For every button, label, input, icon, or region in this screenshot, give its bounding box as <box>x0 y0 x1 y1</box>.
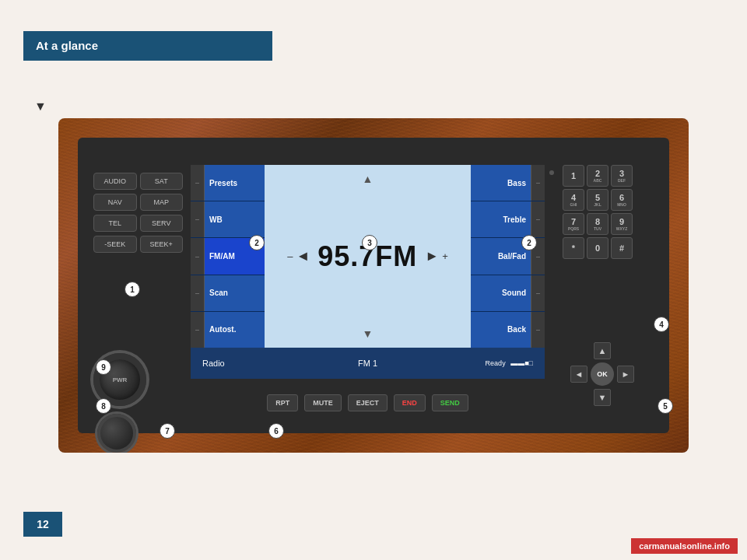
bass-minus[interactable]: – <box>531 165 545 201</box>
carmanuals-watermark: carmanualsonline.info <box>631 538 738 554</box>
bottom-buttons-row: RPT MUTE EJECT END SEND <box>191 394 545 411</box>
tel-button[interactable]: TEL <box>93 215 137 232</box>
seek-knob[interactable] <box>97 414 136 453</box>
seek-plus-button[interactable]: SEEK+ <box>140 236 184 253</box>
dpad-up[interactable]: ▲ <box>594 342 611 359</box>
callout-1: 1 <box>124 282 140 297</box>
fmam-minus[interactable]: – <box>191 238 205 274</box>
numpad-row-1: 1 2 ABC 3 DEF <box>563 165 634 187</box>
callout-5: 5 <box>658 398 673 414</box>
freq-right-arrow[interactable]: ► <box>425 248 439 264</box>
device-container: AUDIO SAT NAV MAP TEL SERV -SEEK SEEK+ – <box>58 118 689 453</box>
dpad-left[interactable]: ◄ <box>570 366 587 383</box>
device-body: AUDIO SAT NAV MAP TEL SERV -SEEK SEEK+ – <box>78 138 669 433</box>
screen-area: ▲ – ◄ 95.7FM ► + ▼ <box>265 165 471 348</box>
numpad-0[interactable]: 0 <box>587 237 608 259</box>
callout-9: 9 <box>96 359 111 375</box>
status-icons: ▬▬■□ <box>510 359 533 367</box>
arrow-indicator: ▼ <box>34 100 47 114</box>
autost-minus[interactable]: – <box>191 312 205 348</box>
left-soft-buttons: – Presets – WB – FM/AM – Scan – Autost <box>191 165 265 348</box>
callout-6: 6 <box>268 423 284 439</box>
dpad-right[interactable]: ► <box>617 366 634 383</box>
led-indicator <box>549 170 554 175</box>
numpad-9[interactable]: 9 WXYZ <box>611 213 633 235</box>
btn-row-seek: -SEEK SEEK+ <box>93 236 183 253</box>
btn-row-audio-sat: AUDIO SAT <box>93 173 183 190</box>
wb-minus[interactable]: – <box>191 201 205 237</box>
serv-button[interactable]: SERV <box>140 215 184 232</box>
freq-left-controls: – ◄ <box>287 248 310 264</box>
numpad-6[interactable]: 6 MNO <box>611 189 633 211</box>
btn-row-nav-map: NAV MAP <box>93 194 183 211</box>
callout-7: 7 <box>160 423 175 439</box>
numpad-8[interactable]: 8 TUV <box>587 213 608 235</box>
mute-button[interactable]: MUTE <box>304 394 342 411</box>
right-soft-buttons: Bass – Treble – Bal/Fad – Sound – Back <box>471 165 545 348</box>
power-label: PWR <box>113 376 128 383</box>
back-button[interactable]: Back <box>471 312 531 348</box>
numpad: 1 2 ABC 3 DEF 4 GHI 5 JKL <box>563 165 634 259</box>
numpad-hash[interactable]: # <box>611 237 633 259</box>
freq-left-arrow[interactable]: ◄ <box>296 248 310 264</box>
freq-down-arrow[interactable]: ▼ <box>363 327 374 340</box>
wb-button[interactable]: WB <box>205 201 265 237</box>
sound-button[interactable]: Sound <box>471 275 531 311</box>
sound-minus[interactable]: – <box>531 275 545 311</box>
status-band: FM 1 <box>313 359 423 368</box>
soft-btn-bass-row: Bass – <box>471 165 545 201</box>
numpad-row-4: * 0 # <box>563 237 634 259</box>
bass-button[interactable]: Bass <box>471 165 531 201</box>
status-mode: Radio <box>202 359 313 368</box>
callout-2b: 2 <box>521 235 537 250</box>
freq-minus-btn[interactable]: – <box>287 250 293 262</box>
callout-2a: 2 <box>249 235 265 250</box>
treble-button[interactable]: Treble <box>471 201 531 237</box>
soft-btn-scan-row: – Scan <box>191 275 265 312</box>
numpad-2[interactable]: 2 ABC <box>587 165 608 187</box>
freq-plus-btn[interactable]: + <box>442 250 448 262</box>
numpad-4[interactable]: 4 GHI <box>563 189 584 211</box>
end-button[interactable]: END <box>394 394 426 411</box>
soft-btn-back-row: Back – <box>471 312 545 348</box>
numpad-1[interactable]: 1 <box>563 165 584 187</box>
left-panel: AUDIO SAT NAV MAP TEL SERV -SEEK SEEK+ <box>93 173 183 257</box>
ok-button[interactable]: OK <box>591 362 614 386</box>
eject-button[interactable]: EJECT <box>348 394 388 411</box>
header-bar: At a glance <box>23 31 272 61</box>
numpad-row-2: 4 GHI 5 JKL 6 MNO <box>563 189 634 211</box>
soft-btn-autost-row: – Autost. <box>191 312 265 348</box>
map-button[interactable]: MAP <box>140 194 184 211</box>
numpad-star[interactable]: * <box>563 237 584 259</box>
numpad-3[interactable]: 3 DEF <box>611 165 633 187</box>
back-minus[interactable]: – <box>531 312 545 348</box>
dpad-down[interactable]: ▼ <box>594 389 611 406</box>
freq-up-arrow[interactable]: ▲ <box>363 173 374 185</box>
status-bar: Radio FM 1 Ready ▬▬■□ <box>191 348 545 379</box>
nav-button[interactable]: NAV <box>93 194 137 211</box>
presets-minus[interactable]: – <box>191 165 205 201</box>
callout-8: 8 <box>96 398 111 414</box>
rpt-button[interactable]: RPT <box>267 394 298 411</box>
header-title: At a glance <box>36 39 98 52</box>
soft-btn-presets-row: – Presets <box>191 165 265 201</box>
presets-button[interactable]: Presets <box>205 165 265 201</box>
sat-button[interactable]: SAT <box>140 173 184 190</box>
audio-button[interactable]: AUDIO <box>93 173 137 190</box>
btn-row-tel-serv: TEL SERV <box>93 215 183 232</box>
send-button[interactable]: SEND <box>432 394 468 411</box>
autost-button[interactable]: Autost. <box>205 312 265 348</box>
freq-right-controls: ► + <box>425 248 447 264</box>
scan-minus[interactable]: – <box>191 275 205 311</box>
callout-4: 4 <box>654 317 669 332</box>
treble-minus[interactable]: – <box>531 201 545 237</box>
numpad-7[interactable]: 7 PQRS <box>563 213 584 235</box>
callout-3: 3 <box>362 235 377 250</box>
soft-btn-treble-row: Treble – <box>471 201 545 238</box>
numpad-row-3: 7 PQRS 8 TUV 9 WXYZ <box>563 213 634 235</box>
numpad-5[interactable]: 5 JKL <box>587 189 608 211</box>
center-display: – Presets – WB – FM/AM – Scan – Autost <box>191 165 545 379</box>
soft-btn-sound-row: Sound – <box>471 275 545 312</box>
seek-minus-button[interactable]: -SEEK <box>93 236 137 253</box>
scan-button[interactable]: Scan <box>205 275 265 311</box>
